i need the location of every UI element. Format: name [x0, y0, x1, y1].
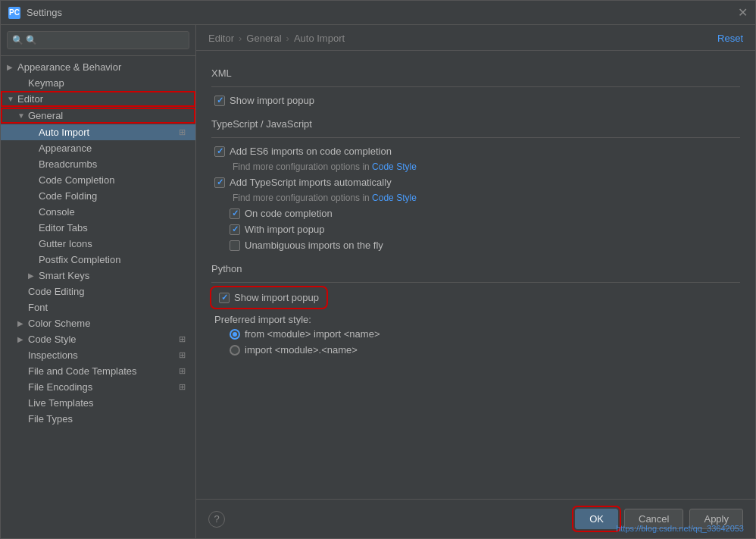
watermark: https://blog.csdn.net/qq_33642053	[616, 524, 744, 533]
ts-unambiguous-checkbox[interactable]	[230, 240, 240, 251]
radio-import-module-label: import <module>.<name>	[245, 344, 358, 356]
xml-show-import-popup-row: Show import popup	[211, 95, 740, 106]
preferred-import-style-label: Preferred import style:	[211, 309, 740, 328]
ts-with-import-popup-row: With import popup	[211, 224, 740, 235]
sidebar-item-color-scheme[interactable]: ▶ Color Scheme	[1, 315, 195, 331]
python-show-import-popup-row: Show import popup	[211, 290, 740, 305]
ts-add-typescript-label: Add TypeScript imports automatically	[230, 177, 392, 188]
ts-add-typescript-row: Add TypeScript imports automatically	[211, 177, 740, 188]
sidebar-item-editor-tabs[interactable]: Editor Tabs	[1, 220, 195, 236]
radio-from-module[interactable]	[230, 329, 240, 340]
radio-import-module[interactable]	[230, 345, 240, 356]
sidebar-item-file-types[interactable]: File Types	[1, 411, 195, 427]
python-section: Python Show import popup Preferred impor…	[211, 263, 740, 356]
sidebar-item-inspections[interactable]: Inspections ⊞	[1, 347, 195, 363]
badge-icon4: ⊞	[179, 382, 189, 393]
xml-show-import-popup-label: Show import popup	[230, 95, 314, 106]
ts-divider	[211, 137, 740, 138]
sidebar-item-editor[interactable]: ▼ Editor	[1, 91, 195, 107]
radio-from-module-label: from <module> import <name>	[245, 328, 380, 340]
badge-icon2: ⊞	[179, 350, 189, 361]
badge-icon3: ⊞	[179, 366, 189, 377]
ts-helper2: Find more configuration options in Code …	[211, 193, 740, 203]
search-icon: 🔍	[12, 35, 23, 45]
python-show-import-popup-outlined: Show import popup	[214, 290, 323, 305]
sidebar-item-postfix-completion[interactable]: Postfix Completion	[1, 252, 195, 268]
python-show-import-popup-label: Show import popup	[234, 292, 319, 303]
sidebar-item-appearance[interactable]: Appearance	[1, 140, 195, 156]
xml-divider	[211, 86, 740, 87]
breadcrumb: Editor › General › Auto Import	[208, 33, 345, 44]
radio-import-module-row: import <module>.<name>	[211, 344, 740, 356]
sidebar-item-general[interactable]: ▼ General	[1, 108, 195, 124]
xml-section-label: XML	[211, 67, 740, 79]
xml-section: XML Show import popup	[211, 67, 740, 106]
sidebar-item-gutter-icons[interactable]: Gutter Icons	[1, 236, 195, 252]
python-section-label: Python	[211, 263, 740, 274]
editor-arrow: ▼	[7, 95, 17, 103]
sidebar-item-auto-import[interactable]: Auto Import ⊞	[1, 124, 195, 140]
ts-helper1: Find more configuration options in Code …	[211, 161, 740, 172]
ts-add-es6-label: Add ES6 imports on code completion	[230, 146, 392, 157]
close-button[interactable]: ✕	[738, 5, 748, 20]
settings-content: XML Show import popup TypeScript / JavaS…	[196, 51, 755, 499]
search-input[interactable]	[7, 31, 189, 49]
sidebar-item-console[interactable]: Console	[1, 204, 195, 220]
sidebar-item-code-folding[interactable]: Code Folding	[1, 188, 195, 204]
header: Editor › General › Auto Import Reset	[196, 25, 755, 51]
sidebar-item-code-style[interactable]: ▶ Code Style ⊞	[1, 331, 195, 347]
python-divider	[211, 282, 740, 283]
sidebar-item-code-editing[interactable]: Code Editing	[1, 284, 195, 299]
sep2: ›	[286, 33, 289, 44]
main-content-area: 🔍 ▶ Appearance & Behavior Keymap ▼	[1, 25, 755, 538]
window-title: Settings	[27, 7, 62, 18]
ts-on-code-completion-label: On code completion	[245, 208, 333, 219]
badge-icon: ⊞	[179, 334, 189, 345]
sep1: ›	[239, 33, 242, 44]
sidebar-item-font[interactable]: Font	[1, 299, 195, 315]
ts-with-import-popup-checkbox[interactable]	[230, 224, 240, 235]
sidebar-item-keymap[interactable]: Keymap	[1, 75, 195, 91]
sidebar-item-code-completion[interactable]: Code Completion	[1, 172, 195, 188]
radio-from-module-row: from <module> import <name>	[211, 328, 740, 340]
ts-add-typescript-checkbox[interactable]	[214, 177, 225, 188]
help-button[interactable]: ?	[208, 511, 225, 528]
sidebar-item-smart-keys[interactable]: ▶ Smart Keys	[1, 268, 195, 284]
search-wrapper: 🔍	[7, 31, 189, 49]
xml-show-import-popup-checkbox[interactable]	[214, 96, 225, 106]
sidebar: 🔍 ▶ Appearance & Behavior Keymap ▼	[1, 25, 196, 538]
search-box: 🔍	[1, 25, 195, 56]
sidebar-item-breadcrumbs[interactable]: Breadcrumbs	[1, 156, 195, 172]
ts-on-code-completion-checkbox[interactable]	[230, 208, 240, 219]
ts-section-label: TypeScript / JavaScript	[211, 118, 740, 130]
ts-with-import-popup-label: With import popup	[245, 224, 325, 235]
ts-add-es6-checkbox[interactable]	[214, 146, 225, 157]
reset-link[interactable]: Reset	[717, 33, 743, 44]
app-icon: PC	[8, 7, 20, 19]
ts-code-style-link2[interactable]: Code Style	[372, 193, 417, 203]
main-panel: Editor › General › Auto Import Reset XML…	[196, 25, 755, 538]
sidebar-item-file-code-templates[interactable]: File and Code Templates ⊞	[1, 363, 195, 379]
ts-unambiguous-row: Unambiguous imports on the fly	[211, 240, 740, 251]
settings-window: PC Settings ✕ 🔍 ▶ Appearance & Behavior	[0, 0, 756, 539]
sidebar-item-appearance-behavior[interactable]: ▶ Appearance & Behavior	[1, 59, 195, 75]
ts-unambiguous-label: Unambiguous imports on the fly	[245, 240, 383, 251]
settings-tree: ▶ Appearance & Behavior Keymap ▼ Editor …	[1, 56, 195, 538]
collapse-arrow: ▶	[7, 63, 17, 71]
ts-code-style-link1[interactable]: Code Style	[372, 161, 417, 172]
sidebar-item-file-encodings[interactable]: File Encodings ⊞	[1, 379, 195, 395]
copy-icon: ⊞	[179, 127, 189, 138]
ts-add-es6-row: Add ES6 imports on code completion	[211, 146, 740, 157]
typescript-section: TypeScript / JavaScript Add ES6 imports …	[211, 118, 740, 251]
python-show-import-popup-checkbox[interactable]	[219, 293, 230, 303]
titlebar: PC Settings ✕	[1, 1, 755, 25]
ts-on-code-completion-row: On code completion	[211, 208, 740, 219]
sidebar-item-live-templates[interactable]: Live Templates	[1, 395, 195, 411]
ok-button[interactable]: OK	[575, 509, 618, 529]
